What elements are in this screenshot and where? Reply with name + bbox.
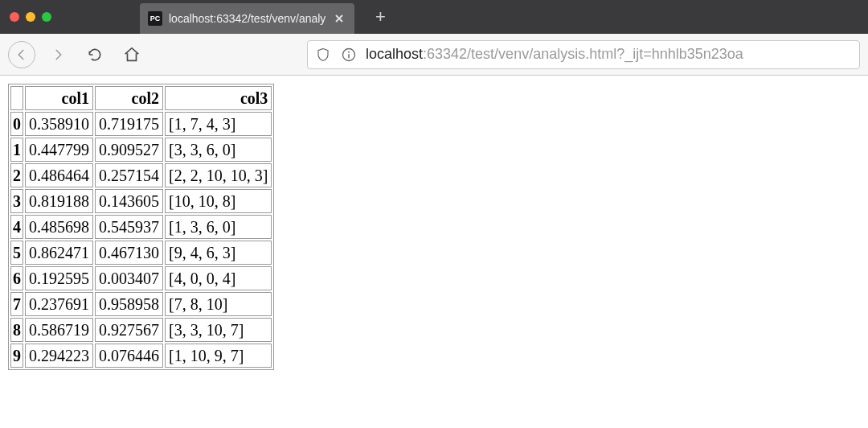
cell-col3: [1, 3, 6, 0]	[165, 215, 272, 239]
cell-col3: [7, 8, 10]	[165, 292, 272, 316]
site-info-button[interactable]	[340, 46, 358, 64]
cell-col1: 0.819188	[25, 189, 93, 213]
cell-col3: [1, 7, 4, 3]	[165, 112, 272, 136]
row-index: 1	[10, 138, 23, 162]
window-controls	[10, 12, 51, 22]
column-header: col2	[95, 86, 163, 110]
column-header: col3	[165, 86, 272, 110]
table-row: 20.4864640.257154[2, 2, 10, 10, 3]	[10, 163, 272, 187]
forward-button[interactable]	[43, 40, 72, 69]
row-index: 7	[10, 292, 23, 316]
url-path: :63342/test/venv/analysis.html?_ijt=hnhl…	[423, 46, 743, 62]
arrow-right-icon	[51, 47, 65, 62]
tab-close-button[interactable]	[332, 11, 346, 26]
table-row: 90.2942230.076446[1, 10, 9, 7]	[10, 344, 272, 368]
cell-col1: 0.447799	[25, 138, 93, 162]
cell-col2: 0.719175	[95, 112, 163, 136]
cell-col3: [3, 3, 10, 7]	[165, 318, 272, 342]
table-row: 50.8624710.467130[9, 4, 6, 3]	[10, 241, 272, 265]
back-button[interactable]	[8, 41, 35, 68]
row-index: 8	[10, 318, 23, 342]
tab-title: localhost:63342/test/venv/analy	[169, 12, 326, 25]
dataframe-table: col1 col2 col3 00.3589100.719175[1, 7, 4…	[8, 84, 274, 370]
table-row: 60.1925950.003407[4, 0, 0, 4]	[10, 266, 272, 290]
cell-col3: [3, 3, 6, 0]	[165, 138, 272, 162]
row-index: 6	[10, 266, 23, 290]
cell-col1: 0.586719	[25, 318, 93, 342]
address-bar[interactable]: localhost:63342/test/venv/analysis.html?…	[307, 40, 860, 69]
reload-icon	[87, 47, 103, 63]
cell-col2: 0.909527	[95, 138, 163, 162]
browser-toolbar: localhost:63342/test/venv/analysis.html?…	[0, 34, 868, 76]
window-minimize-button[interactable]	[26, 12, 35, 22]
svg-point-1	[348, 51, 350, 52]
cell-col2: 0.927567	[95, 318, 163, 342]
cell-col2: 0.143605	[95, 189, 163, 213]
cell-col2: 0.076446	[95, 344, 163, 368]
info-icon	[341, 47, 357, 63]
column-header: col1	[25, 86, 93, 110]
row-index: 5	[10, 241, 23, 265]
page-content: col1 col2 col3 00.3589100.719175[1, 7, 4…	[0, 76, 868, 378]
table-header-row: col1 col2 col3	[10, 86, 272, 110]
cell-col2: 0.545937	[95, 215, 163, 239]
arrow-left-icon	[14, 47, 29, 62]
row-index: 2	[10, 163, 23, 187]
url-host: localhost	[366, 46, 423, 62]
cell-col2: 0.003407	[95, 266, 163, 290]
close-icon	[334, 14, 344, 23]
cell-col1: 0.237691	[25, 292, 93, 316]
cell-col1: 0.486464	[25, 163, 93, 187]
cell-col3: [2, 2, 10, 10, 3]	[165, 163, 272, 187]
row-index: 3	[10, 189, 23, 213]
tab-favicon: PC	[148, 11, 162, 26]
cell-col3: [1, 10, 9, 7]	[165, 344, 272, 368]
window-close-button[interactable]	[10, 12, 19, 22]
cell-col1: 0.358910	[25, 112, 93, 136]
table-row: 10.4477990.909527[3, 3, 6, 0]	[10, 138, 272, 162]
cell-col2: 0.257154	[95, 163, 163, 187]
cell-col3: [10, 10, 8]	[165, 189, 272, 213]
home-button[interactable]	[117, 40, 146, 69]
home-icon	[123, 46, 141, 64]
tracking-protection-icon[interactable]	[314, 46, 332, 64]
row-index: 9	[10, 344, 23, 368]
table-row: 40.4856980.545937[1, 3, 6, 0]	[10, 215, 272, 239]
row-index: 0	[10, 112, 23, 136]
cell-col1: 0.862471	[25, 241, 93, 265]
reload-button[interactable]	[80, 40, 109, 69]
cell-col3: [9, 4, 6, 3]	[165, 241, 272, 265]
window-zoom-button[interactable]	[42, 12, 51, 22]
table-row: 70.2376910.958958[7, 8, 10]	[10, 292, 272, 316]
window-titlebar: PC localhost:63342/test/venv/analy +	[0, 0, 868, 34]
table-row: 30.8191880.143605[10, 10, 8]	[10, 189, 272, 213]
table-row: 80.5867190.927567[3, 3, 10, 7]	[10, 318, 272, 342]
cell-col3: [4, 0, 0, 4]	[165, 266, 272, 290]
table-row: 00.3589100.719175[1, 7, 4, 3]	[10, 112, 272, 136]
cell-col2: 0.467130	[95, 241, 163, 265]
cell-col2: 0.958958	[95, 292, 163, 316]
url-text: localhost:63342/test/venv/analysis.html?…	[366, 46, 743, 63]
cell-col1: 0.294223	[25, 344, 93, 368]
new-tab-button[interactable]: +	[369, 6, 391, 28]
cell-col1: 0.192595	[25, 266, 93, 290]
index-header	[10, 86, 23, 110]
cell-col1: 0.485698	[25, 215, 93, 239]
browser-tab[interactable]: PC localhost:63342/test/venv/analy	[140, 3, 354, 34]
shield-icon	[316, 47, 330, 63]
row-index: 4	[10, 215, 23, 239]
